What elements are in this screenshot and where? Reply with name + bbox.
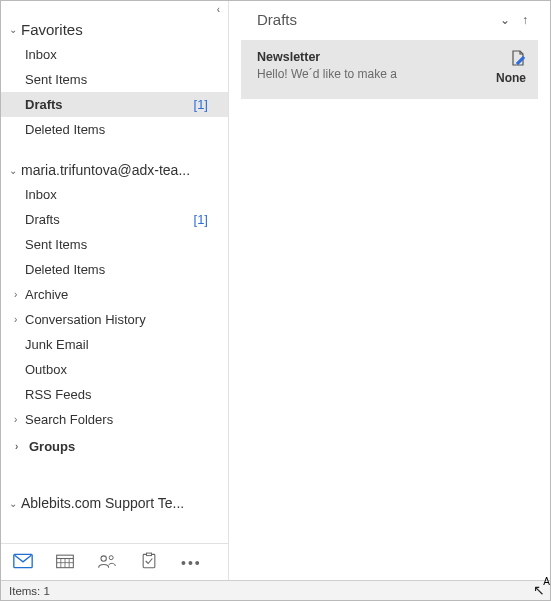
svg-rect-10 [147,553,152,556]
chevron-right-icon: › [14,414,24,425]
nav-switcher: ••• [1,543,228,580]
chevron-right-icon: › [14,314,24,325]
favorites-sent-items[interactable]: Sent Items [1,67,228,92]
account-outbox[interactable]: Outbox [1,357,228,382]
account-junk-email[interactable]: Junk Email [1,332,228,357]
account-inbox[interactable]: Inbox [1,182,228,207]
chevron-down-icon: ⌄ [9,165,21,176]
groups-header[interactable]: › Groups [1,432,228,461]
filter-dropdown-icon[interactable]: ⌄ [494,13,516,27]
message-item[interactable]: Newsletter Hello! We´d like to make a No… [241,40,538,99]
favorites-header[interactable]: ⌄ Favorites [1,15,228,42]
draft-page-icon [510,52,526,69]
folder-pane: ‹ ⌄ Favorites Inbox Sent Items Drafts [1… [1,1,229,580]
sort-arrow-icon[interactable]: ↑ [516,13,534,27]
folder-tree: ⌄ Favorites Inbox Sent Items Drafts [1] … [1,15,228,543]
favorites-deleted-items[interactable]: Deleted Items [1,117,228,142]
status-items-count: Items: 1 [9,585,50,597]
support-account-header[interactable]: ⌄ Ablebits.com Support Te... [1,489,228,515]
status-bar: Items: 1 [1,580,550,600]
section-label: Favorites [21,21,222,38]
more-nav-icon[interactable]: ••• [181,555,202,571]
account-sent-items[interactable]: Sent Items [1,232,228,257]
favorites-inbox[interactable]: Inbox [1,42,228,67]
mail-icon[interactable] [13,552,33,574]
message-preview: Hello! We´d like to make a [257,67,496,81]
chevron-down-icon: ⌄ [9,498,21,509]
message-date: None [496,71,526,85]
svg-point-8 [109,556,113,560]
account-header[interactable]: ⌄ maria.trifuntova@adx-tea... [1,156,228,182]
account-search-folders[interactable]: › Search Folders [1,407,228,432]
account-deleted-items[interactable]: Deleted Items [1,257,228,282]
people-icon[interactable] [97,552,117,574]
message-subject: Newsletter [257,50,496,64]
account-conversation-history[interactable]: › Conversation History [1,307,228,332]
tasks-icon[interactable] [139,552,159,574]
calendar-icon[interactable] [55,552,75,574]
unread-count: [1] [194,212,214,227]
chevron-right-icon: › [14,289,24,300]
account-label: Ablebits.com Support Te... [21,495,222,511]
account-rss-feeds[interactable]: RSS Feeds [1,382,228,407]
collapse-nav-button[interactable]: ‹ [217,1,228,15]
message-list-pane: Drafts ⌄ ↑ Newsletter Hello! We´d like t… [229,1,550,580]
chevron-down-icon: ⌄ [9,24,21,35]
folder-header: Drafts ⌄ ↑ [229,1,550,34]
svg-point-7 [101,556,106,561]
account-drafts[interactable]: Drafts [1] [1,207,228,232]
account-label: maria.trifuntova@adx-tea... [21,162,222,178]
folder-title: Drafts [257,11,494,28]
unread-count: [1] [194,97,214,112]
chevron-right-icon: › [15,441,25,452]
account-archive[interactable]: › Archive [1,282,228,307]
svg-rect-9 [143,554,155,567]
favorites-drafts[interactable]: Drafts [1] [1,92,228,117]
